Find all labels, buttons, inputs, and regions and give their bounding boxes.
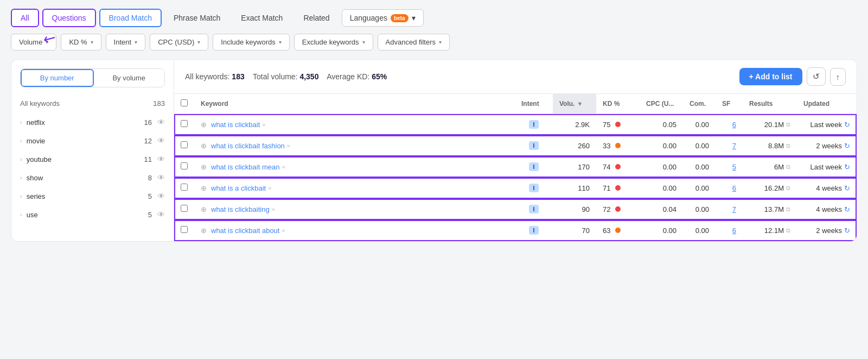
- keyword-count: 8: [148, 174, 152, 182]
- keyword-text: what is clickbait fashion: [211, 142, 285, 150]
- sf-link[interactable]: 7: [732, 205, 736, 213]
- export-button[interactable]: ↑: [830, 68, 846, 86]
- sf-link[interactable]: 6: [732, 121, 736, 129]
- keyword-link[interactable]: ⊕ what is clickbait mean »: [201, 163, 508, 171]
- table-row: ⊕ what is clickbait fashion » I 260 33 0…: [174, 135, 857, 156]
- sf-link[interactable]: 6: [732, 184, 736, 192]
- sf-link[interactable]: 6: [732, 226, 736, 235]
- tab-phrase-match[interactable]: Phrase Match: [165, 10, 229, 26]
- add-to-list-button[interactable]: + Add to list: [739, 68, 802, 85]
- cpc-cell: 0.05: [640, 114, 683, 135]
- th-kd[interactable]: KD %: [596, 94, 640, 114]
- list-item[interactable]: › movie 12 👁: [11, 131, 174, 150]
- all-keywords-count: 183: [153, 99, 165, 108]
- plus-icon: ⊕: [201, 163, 207, 171]
- refresh-row-icon[interactable]: ↻: [844, 121, 850, 129]
- updated-value: 2 weeks ↻: [803, 142, 850, 150]
- table-row: ⊕ what is clickbait about » I 70 63 0.00…: [174, 220, 857, 241]
- sf-cell: 7: [716, 199, 743, 220]
- tab-exact-match[interactable]: Exact Match: [232, 10, 291, 26]
- refresh-row-icon[interactable]: ↻: [844, 205, 850, 213]
- chevron-down-icon: ▾: [197, 39, 200, 45]
- row-checkbox[interactable]: [181, 226, 188, 233]
- exclude-keywords-filter[interactable]: Exclude keywords ▾: [294, 34, 373, 51]
- refresh-row-icon[interactable]: ↻: [844, 142, 850, 150]
- row-checkbox-cell: [174, 220, 194, 241]
- table-wrapper: Keyword Intent Volu.▼ KD % CPC (U... Com…: [174, 94, 857, 241]
- th-intent[interactable]: Intent: [515, 94, 553, 114]
- list-item[interactable]: › netflix 16 👁: [11, 113, 174, 131]
- th-com[interactable]: Com.: [683, 94, 716, 114]
- intent-filter[interactable]: Intent ▾: [106, 34, 146, 51]
- updated-cell: 2 weeks ↻: [797, 220, 857, 241]
- row-checkbox[interactable]: [181, 184, 188, 191]
- tab-row: All Questions Broad Match Phrase Match E…: [11, 9, 857, 27]
- keyword-text: what is clickbaiting: [211, 205, 270, 213]
- keyword-link[interactable]: ⊕ what is clickbait »: [201, 121, 508, 129]
- eye-icon[interactable]: 👁: [157, 173, 165, 182]
- list-item[interactable]: › show 8 👁: [11, 168, 174, 187]
- refresh-row-icon[interactable]: ↻: [844, 226, 850, 235]
- eye-icon[interactable]: 👁: [157, 118, 165, 127]
- kd-filter[interactable]: KD % ▾: [61, 34, 101, 51]
- list-item[interactable]: › use 5 👁: [11, 205, 174, 224]
- volume-filter[interactable]: Volume ▾: [11, 34, 56, 51]
- eye-icon[interactable]: 👁: [157, 155, 165, 163]
- include-keywords-filter[interactable]: Include keywords ▾: [213, 34, 289, 51]
- intent-badge: I: [529, 141, 538, 150]
- th-volume[interactable]: Volu.▼: [553, 94, 596, 114]
- all-keywords-label: All keywords: [20, 99, 60, 108]
- tab-related[interactable]: Related: [295, 10, 338, 26]
- main-content: By number By volume All keywords 183 › n…: [11, 59, 857, 242]
- keyword-link[interactable]: ⊕ what is clickbait about »: [201, 226, 508, 235]
- languages-dropdown[interactable]: Languages beta ▾: [342, 9, 424, 27]
- list-item[interactable]: › series 5 👁: [11, 187, 174, 205]
- kd-cell: 63: [596, 220, 640, 241]
- by-number-button[interactable]: By number: [21, 69, 94, 87]
- tab-all[interactable]: All: [11, 9, 39, 27]
- tab-broad-match[interactable]: Broad Match: [99, 9, 162, 27]
- keyword-link[interactable]: ⊕ what is clickbait fashion »: [201, 142, 508, 150]
- volume-value: 4,350: [299, 72, 318, 81]
- chevron-down-icon: ▾: [46, 39, 48, 45]
- tab-questions[interactable]: Questions: [42, 9, 96, 27]
- refresh-button[interactable]: ↺: [807, 67, 826, 86]
- by-volume-button[interactable]: By volume: [94, 69, 165, 87]
- plus-icon: ⊕: [201, 142, 207, 150]
- advanced-filters[interactable]: Advanced filters ▾: [378, 34, 450, 51]
- keyword-link[interactable]: ⊕ what is a clickbait »: [201, 184, 508, 192]
- beta-badge: beta: [391, 14, 409, 22]
- list-item[interactable]: › youtube 11 👁: [11, 150, 174, 168]
- eye-icon[interactable]: 👁: [157, 192, 165, 200]
- row-checkbox[interactable]: [181, 120, 188, 127]
- select-all-checkbox[interactable]: [181, 99, 188, 106]
- th-results[interactable]: Results: [743, 94, 797, 114]
- com-cell: 0.00: [683, 135, 716, 156]
- refresh-row-icon[interactable]: ↻: [844, 184, 850, 192]
- th-updated[interactable]: Updated: [797, 94, 857, 114]
- cpc-filter[interactable]: CPC (USD) ▾: [150, 34, 208, 51]
- sf-link[interactable]: 7: [732, 142, 736, 150]
- cpc-cell: 0.00: [640, 178, 683, 199]
- row-checkbox[interactable]: [181, 205, 188, 212]
- eye-icon[interactable]: 👁: [157, 136, 165, 145]
- chevron-down-icon: ▾: [279, 39, 282, 45]
- keyword-text: what is clickbait mean: [211, 163, 279, 171]
- keyword-link[interactable]: ⊕ what is clickbaiting »: [201, 205, 508, 213]
- chevron-down-icon: ▾: [439, 39, 442, 45]
- results-icon: ⧉: [786, 185, 790, 192]
- keyword-label: show: [27, 174, 43, 182]
- chevron-right-icon: ›: [20, 193, 22, 199]
- row-checkbox[interactable]: [181, 141, 188, 148]
- th-sf[interactable]: SF: [716, 94, 743, 114]
- th-keyword[interactable]: Keyword: [194, 94, 515, 114]
- refresh-row-icon[interactable]: ↻: [844, 163, 850, 171]
- chevron-down-icon: ▾: [135, 39, 137, 45]
- table-row: ⊕ what is clickbait mean » I 170 74 0.00…: [174, 156, 857, 178]
- keyword-count: 16: [144, 118, 152, 127]
- th-cpc[interactable]: CPC (U...: [640, 94, 683, 114]
- row-checkbox[interactable]: [181, 162, 188, 169]
- kd-cell: 33: [596, 135, 640, 156]
- eye-icon[interactable]: 👁: [157, 210, 165, 219]
- sf-link[interactable]: 5: [732, 163, 736, 171]
